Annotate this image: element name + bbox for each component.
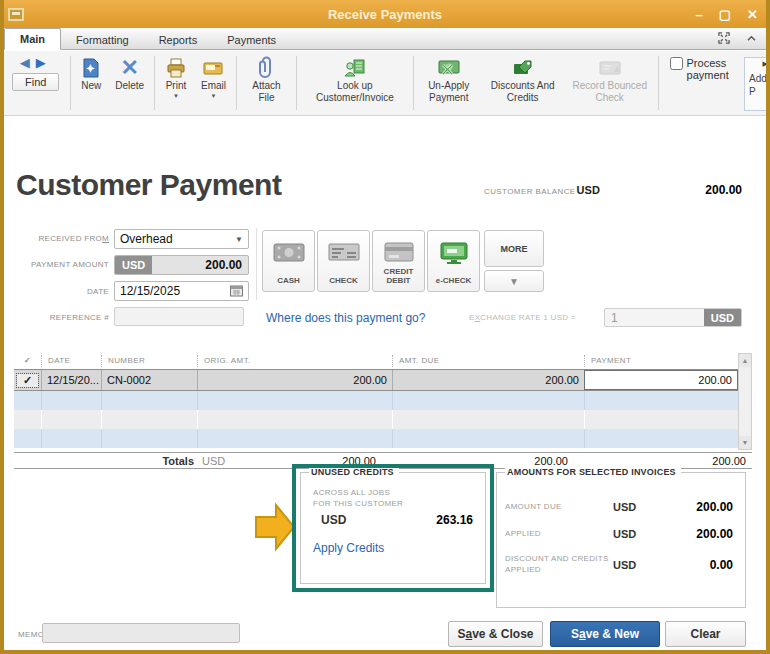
- table-scrollbar[interactable]: ▲ ▼: [738, 353, 752, 450]
- memo-field[interactable]: [42, 623, 240, 643]
- received-from-label: RECEIVED FROM: [9, 234, 109, 243]
- email-button[interactable]: Email ▼: [194, 51, 233, 115]
- save-close-button[interactable]: Save & Close: [448, 621, 543, 647]
- clear-button[interactable]: Clear: [665, 621, 746, 647]
- flyout-arrow-icon[interactable]: ▶: [763, 59, 768, 68]
- exchange-rate-label: EXCHANGE RATE 1 USD =: [469, 313, 576, 322]
- highlight-box: [292, 464, 494, 592]
- selected-invoices-panel: AMOUNTS FOR SELECTED INVOICES AMOUNT DUE…: [496, 472, 746, 608]
- email-icon: [202, 56, 224, 80]
- process-payment-checkbox[interactable]: [670, 57, 683, 70]
- unapply-payment-button[interactable]: Un-Apply Payment: [417, 51, 481, 115]
- where-payment-goes-link[interactable]: Where does this payment go?: [266, 311, 425, 325]
- window-icon[interactable]: [8, 8, 24, 21]
- row-amt-due: 200.00: [392, 370, 584, 390]
- lookup-customer-icon: [343, 56, 367, 80]
- memo-label: MEMO: [18, 630, 45, 639]
- title-bar: Receive Payments – ▢ ✕: [0, 0, 770, 28]
- tab-formatting[interactable]: Formatting: [61, 30, 144, 50]
- close-icon[interactable]: ✕: [747, 7, 758, 22]
- scrollbar-down-icon[interactable]: ▼: [739, 436, 751, 449]
- paperclip-icon: [256, 56, 276, 80]
- invoice-table: ✓ DATE NUMBER ORIG. AMT. AMT. DUE PAYMEN…: [14, 352, 738, 448]
- exchange-currency-badge: USD: [704, 309, 741, 326]
- totals-payment: 200.00: [712, 455, 746, 467]
- credit-debit-button[interactable]: CREDITDEBIT: [372, 230, 425, 292]
- expand-window-icon[interactable]: [717, 31, 731, 45]
- tab-main[interactable]: Main: [4, 28, 61, 50]
- save-new-button[interactable]: Save & New: [550, 621, 660, 647]
- amount-due-label: AMOUNT DUE: [505, 502, 613, 513]
- empty-row[interactable]: [14, 410, 738, 429]
- print-dropdown-icon[interactable]: ▼: [173, 93, 179, 100]
- more-payment-methods-button[interactable]: MORE: [484, 230, 544, 267]
- discounts-tag-icon: [511, 56, 535, 80]
- attach-file-button[interactable]: Attach File: [240, 51, 293, 115]
- credit-card-icon: [383, 241, 415, 266]
- applied-currency: USD: [613, 528, 636, 540]
- minimize-icon[interactable]: –: [696, 7, 703, 22]
- totals-label: Totals: [14, 455, 197, 467]
- record-bounced-check-button: Record Bounced Check: [565, 51, 655, 115]
- discount-credits-label: DISCOUNT AND CREDITSAPPLIED: [505, 554, 613, 576]
- calendar-icon[interactable]: [230, 285, 243, 297]
- received-from-caret-icon: ▼: [235, 235, 243, 244]
- lookup-customer-invoice-button[interactable]: Look up Customer/Invoice: [300, 51, 410, 115]
- maximize-icon[interactable]: ▢: [719, 7, 731, 22]
- row-date: 12/15/20...: [41, 370, 101, 390]
- discount-credits-value: 0.00: [710, 558, 733, 572]
- delete-button[interactable]: ✕ Delete: [108, 51, 151, 115]
- receive-payments-window: Receive Payments – ▢ ✕ Main Formatting R…: [0, 0, 770, 654]
- row-payment-cell[interactable]: 200.00: [584, 370, 738, 390]
- applied-label: APPLIED: [505, 529, 613, 540]
- ribbon-tabs: Main Formatting Reports Payments: [4, 28, 766, 50]
- find-button[interactable]: Find: [12, 73, 59, 91]
- back-icon[interactable]: ◀: [20, 55, 36, 70]
- reference-field[interactable]: [114, 307, 244, 326]
- col-amt-due: AMT. DUE: [392, 355, 584, 367]
- amount-due-currency: USD: [613, 501, 636, 513]
- table-header: ✓ DATE NUMBER ORIG. AMT. AMT. DUE PAYMEN…: [14, 352, 738, 369]
- row-number: CN-0002: [101, 370, 197, 390]
- delete-icon: ✕: [120, 56, 138, 80]
- exchange-rate-field[interactable]: 1 USD: [604, 308, 742, 327]
- row-orig-amt: 200.00: [197, 370, 392, 390]
- more-dropdown-icon[interactable]: ▼: [484, 270, 544, 292]
- col-payment: PAYMENT: [584, 355, 738, 367]
- window-title: Receive Payments: [0, 7, 770, 22]
- amount-due-value: 200.00: [696, 500, 733, 514]
- discount-credits-currency: USD: [613, 559, 636, 571]
- payment-amount-currency-badge: USD: [115, 256, 152, 274]
- scrollbar-up-icon[interactable]: ▲: [739, 354, 751, 367]
- row-check-icon[interactable]: ✓: [17, 374, 38, 387]
- select-all-check-icon[interactable]: ✓: [14, 355, 41, 367]
- main-toolbar: ◀▶ Find New ✕ Delete Print ▼: [4, 51, 766, 116]
- discounts-and-credits-button[interactable]: Discounts And Credits: [481, 51, 565, 115]
- new-document-icon: [81, 56, 101, 80]
- check-button[interactable]: CHECK: [317, 230, 370, 292]
- collapse-ribbon-icon[interactable]: [745, 32, 758, 45]
- printer-icon: [165, 56, 187, 80]
- add-side-panel-clipped[interactable]: ▶ Add P: [744, 57, 770, 111]
- col-orig-amt: ORIG. AMT.: [197, 355, 392, 367]
- payment-amount-label: PAYMENT AMOUNT: [9, 260, 109, 269]
- print-button[interactable]: Print ▼: [158, 51, 194, 115]
- empty-row[interactable]: [14, 429, 738, 448]
- table-row[interactable]: ✓ 12/15/20... CN-0002 200.00 200.00 200.…: [14, 369, 738, 391]
- payment-amount-field[interactable]: USD 200.00: [114, 255, 249, 275]
- new-button[interactable]: New: [74, 51, 108, 115]
- tab-reports[interactable]: Reports: [144, 30, 213, 50]
- bounced-check-icon: [598, 56, 622, 80]
- echeck-button[interactable]: e-CHECK: [427, 230, 480, 292]
- email-dropdown-icon[interactable]: ▼: [211, 93, 217, 100]
- forward-icon[interactable]: ▶: [36, 55, 52, 70]
- cash-button[interactable]: CASH: [262, 230, 315, 292]
- check-icon: [327, 241, 361, 266]
- totals-due: 200.00: [534, 455, 568, 467]
- received-from-dropdown[interactable]: Overhead ▼: [114, 229, 249, 249]
- date-field[interactable]: 12/15/2025: [114, 281, 249, 301]
- cash-icon: [272, 241, 306, 266]
- empty-row[interactable]: [14, 391, 738, 410]
- applied-value: 200.00: [696, 527, 733, 541]
- tab-payments[interactable]: Payments: [212, 30, 291, 50]
